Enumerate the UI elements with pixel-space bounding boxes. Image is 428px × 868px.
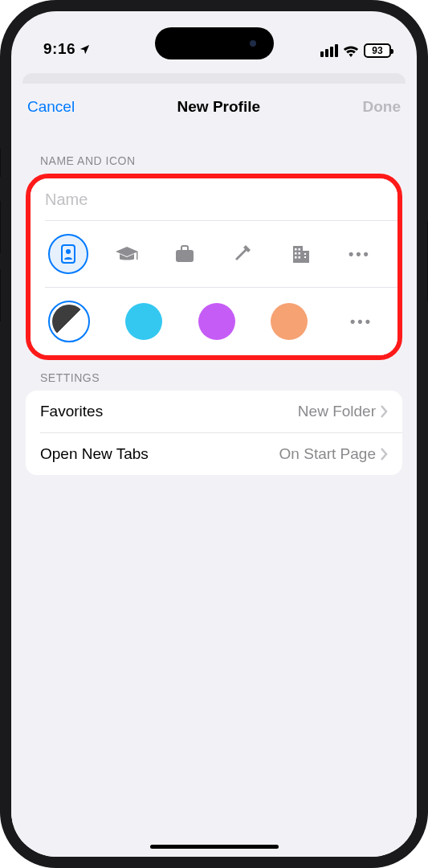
icon-option-building[interactable] bbox=[281, 234, 321, 274]
svg-rect-13 bbox=[304, 256, 306, 258]
chevron-right-icon bbox=[381, 405, 388, 418]
cancel-button[interactable]: Cancel bbox=[27, 98, 75, 116]
sheet-content: NAME AND ICON bbox=[11, 127, 417, 475]
location-icon bbox=[79, 43, 91, 55]
favorites-label: Favorites bbox=[40, 403, 103, 420]
chevron-right-icon bbox=[381, 448, 388, 461]
phone-frame: 9:16 93 Cancel New Profile Done NAME AND… bbox=[0, 0, 428, 868]
svg-rect-12 bbox=[304, 253, 306, 255]
svg-rect-4 bbox=[293, 246, 303, 263]
icon-option-hammer[interactable] bbox=[223, 234, 263, 274]
svg-rect-9 bbox=[299, 252, 301, 255]
settings-card: Favorites New Folder Open New Tabs On St… bbox=[26, 391, 402, 475]
icon-option-badge[interactable] bbox=[48, 234, 88, 274]
done-button[interactable]: Done bbox=[362, 98, 401, 116]
badge-icon bbox=[59, 244, 77, 264]
more-icon: ••• bbox=[350, 313, 373, 330]
icon-option-briefcase[interactable] bbox=[165, 234, 205, 274]
volume-up bbox=[0, 201, 1, 253]
icon-option-more[interactable]: ••• bbox=[340, 234, 380, 274]
color-option-blue[interactable] bbox=[125, 303, 162, 340]
svg-rect-10 bbox=[295, 256, 297, 259]
favorites-row[interactable]: Favorites New Folder bbox=[26, 391, 402, 432]
time-label: 9:16 bbox=[43, 40, 75, 58]
favorites-value-wrap: New Folder bbox=[298, 403, 388, 420]
svg-point-1 bbox=[66, 249, 71, 254]
graduation-cap-icon bbox=[115, 245, 139, 263]
hammer-icon bbox=[233, 244, 254, 264]
bw-swatch bbox=[52, 305, 86, 338]
modal-sheet: Cancel New Profile Done NAME AND ICON bbox=[11, 84, 417, 857]
open-new-tabs-value-wrap: On Start Page bbox=[279, 445, 388, 463]
color-picker-row: ••• bbox=[31, 288, 397, 355]
svg-rect-8 bbox=[295, 252, 297, 255]
wifi-icon bbox=[343, 45, 359, 57]
color-option-bw[interactable] bbox=[48, 301, 90, 342]
briefcase-icon bbox=[174, 244, 195, 264]
status-right: 93 bbox=[320, 43, 391, 58]
open-new-tabs-row[interactable]: Open New Tabs On Start Page bbox=[26, 433, 402, 475]
color-option-more[interactable]: ••• bbox=[343, 301, 380, 342]
open-new-tabs-label: Open New Tabs bbox=[40, 445, 149, 463]
screen: 9:16 93 Cancel New Profile Done NAME AND… bbox=[11, 11, 417, 857]
building-icon bbox=[291, 244, 311, 264]
icon-picker-row: ••• bbox=[31, 221, 397, 287]
battery-percent: 93 bbox=[372, 45, 382, 56]
home-indicator[interactable] bbox=[150, 845, 279, 849]
camera-dot bbox=[250, 40, 256, 47]
section-settings-label: SETTINGS bbox=[40, 371, 402, 384]
section-name-icon-label: NAME AND ICON bbox=[40, 154, 402, 167]
signal-icon bbox=[320, 44, 338, 57]
svg-rect-2 bbox=[137, 252, 138, 260]
dynamic-island bbox=[155, 27, 274, 59]
status-time: 9:16 bbox=[43, 40, 91, 58]
more-icon: ••• bbox=[349, 246, 371, 263]
svg-rect-3 bbox=[176, 250, 194, 262]
name-row[interactable] bbox=[31, 178, 397, 220]
annotation-highlight: ••• ••• bbox=[26, 174, 402, 360]
volume-down bbox=[0, 269, 1, 321]
svg-rect-6 bbox=[295, 248, 297, 251]
favorites-value: New Folder bbox=[298, 403, 376, 420]
svg-rect-7 bbox=[299, 248, 301, 251]
open-new-tabs-value: On Start Page bbox=[279, 445, 376, 463]
svg-rect-11 bbox=[299, 256, 301, 259]
battery-icon: 93 bbox=[364, 43, 391, 58]
icon-option-graduation[interactable] bbox=[107, 234, 147, 274]
color-option-purple[interactable] bbox=[198, 303, 235, 340]
mute-switch bbox=[0, 149, 1, 177]
sheet-title: New Profile bbox=[177, 98, 260, 116]
name-icon-card: ••• ••• bbox=[31, 178, 397, 355]
color-option-orange[interactable] bbox=[271, 303, 308, 340]
sheet-header: Cancel New Profile Done bbox=[11, 84, 417, 127]
profile-name-input[interactable] bbox=[45, 190, 383, 209]
